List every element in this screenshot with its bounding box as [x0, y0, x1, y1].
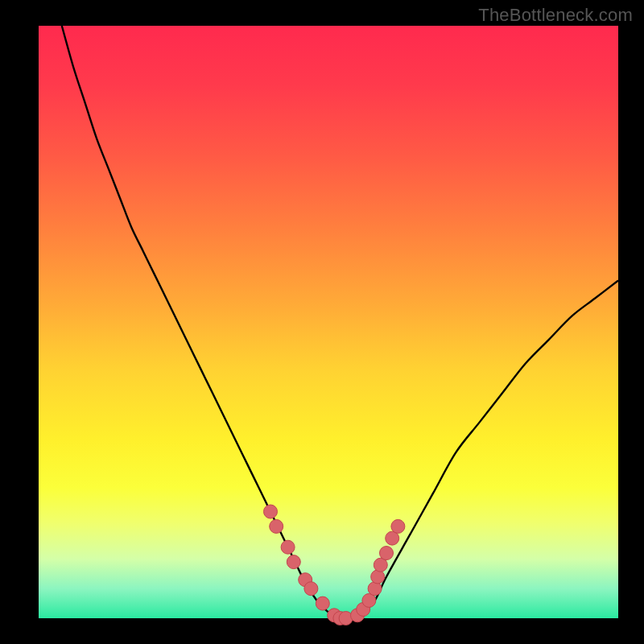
marker-point [304, 582, 318, 596]
chart-stage: TheBottleneck.com [0, 0, 644, 644]
marker-point [281, 540, 295, 554]
watermark-text: TheBottleneck.com [478, 5, 633, 26]
marker-point [371, 570, 385, 584]
plot-area [39, 26, 618, 618]
marker-point [316, 597, 329, 610]
marker-point [380, 547, 394, 560]
highlight-markers [264, 505, 405, 625]
marker-point [270, 519, 283, 533]
marker-point [391, 519, 405, 533]
marker-point [368, 582, 382, 596]
chart-svg [39, 26, 618, 618]
marker-point [264, 505, 278, 518]
marker-point [287, 555, 300, 569]
bottleneck-curve [62, 26, 618, 619]
